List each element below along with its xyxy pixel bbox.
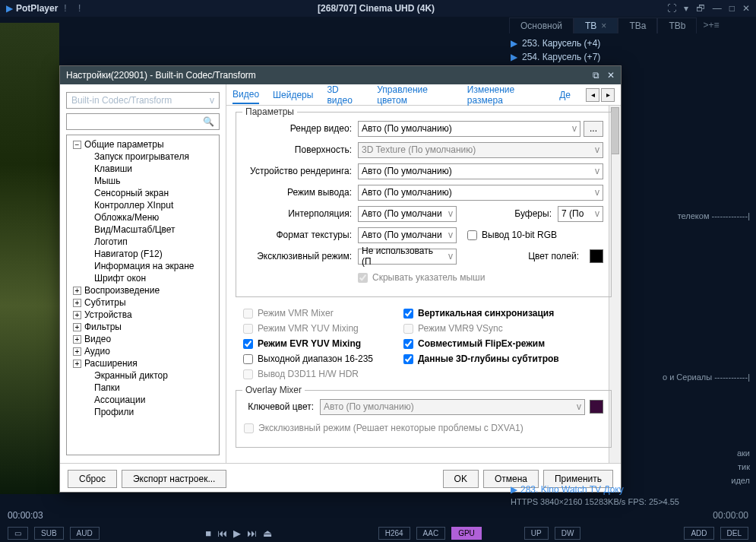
maximize-icon[interactable]: □ <box>729 3 735 14</box>
tree-item[interactable]: Запуск проигрывателя <box>68 151 217 163</box>
buffers-select[interactable]: 7 (Поv <box>558 206 603 222</box>
tree-item[interactable]: +Аудио <box>68 345 217 357</box>
tab-colormgmt[interactable]: Управление цветом <box>377 81 454 109</box>
3dsub-checkbox[interactable]: Данные 3D-глубины субтитров <box>403 353 559 364</box>
expand-icon[interactable]: + <box>73 311 81 319</box>
tree-item[interactable]: Информация на экране <box>68 260 217 272</box>
fullscreen-icon[interactable]: ⛶ <box>667 3 676 14</box>
search-icon[interactable]: 🔍 <box>203 116 214 127</box>
tabs-prev-button[interactable]: ◂ <box>586 88 599 102</box>
expand-icon[interactable]: + <box>73 347 81 356</box>
tab-tva[interactable]: ТВа <box>618 17 657 33</box>
timebar: 00:00:03 00:00:00 <box>0 507 756 524</box>
tree-item[interactable]: +Видео <box>68 333 217 345</box>
expand-icon[interactable]: + <box>73 287 81 295</box>
expand-icon[interactable]: + <box>73 360 81 368</box>
side-text: аки <box>737 448 750 458</box>
tab-shaders[interactable]: Шейдеры <box>273 87 313 103</box>
tab-close-icon[interactable]: × <box>601 21 606 31</box>
ok-button[interactable]: OK <box>443 470 479 488</box>
tab-more[interactable]: Де <box>559 87 571 103</box>
compact-icon[interactable]: ▾ <box>684 3 688 14</box>
stop-icon[interactable]: ■ <box>205 528 211 539</box>
flipex-checkbox[interactable]: Совместимый FlipEx-режим <box>403 338 559 349</box>
up-button[interactable]: UP <box>524 527 549 540</box>
tree-item[interactable]: Обложка/Меню <box>68 211 217 223</box>
interp-select[interactable]: Авто (По умолчаниv <box>358 206 457 222</box>
tree-item[interactable]: Профили <box>68 406 217 418</box>
dialog-close-icon[interactable]: ✕ <box>607 70 615 81</box>
minimize-icon[interactable]: — <box>713 3 722 14</box>
tab-main[interactable]: Основной <box>509 17 574 33</box>
tree-item[interactable]: Логотип <box>68 236 217 248</box>
h264-badge[interactable]: H264 <box>378 527 410 540</box>
tree-item[interactable]: Ассоциации <box>68 394 217 406</box>
popout-icon[interactable]: ⧉ <box>593 70 599 81</box>
tree-item[interactable]: Шрифт окон <box>68 272 217 284</box>
tab-video[interactable]: Видео <box>232 86 259 104</box>
expand-icon[interactable]: + <box>73 323 81 331</box>
sub-button[interactable]: SUB <box>34 527 64 540</box>
tree-item[interactable]: −Общие параметры <box>68 138 217 151</box>
10bit-checkbox[interactable]: Вывод 10-bit RGB <box>467 230 557 240</box>
hidecursor-checkbox: Скрывать указатель мыши <box>358 272 485 283</box>
tree-item[interactable]: Сенсорный экран <box>68 187 217 199</box>
render-select[interactable]: Авто (По умолчанию)v <box>358 121 580 137</box>
add-button[interactable]: ADD <box>684 527 713 540</box>
field-color-swatch[interactable] <box>590 249 603 263</box>
tree-item[interactable]: +Расширения <box>68 357 217 369</box>
tabs-next-button[interactable]: ▸ <box>601 88 615 102</box>
play-icon[interactable]: ▶ <box>233 528 241 539</box>
restore-icon[interactable]: 🗗 <box>696 3 705 14</box>
reset-button[interactable]: Сброс <box>68 470 117 488</box>
playlist-item[interactable]: ▶253. Карусель (+4) <box>511 36 751 50</box>
tree-item[interactable]: Мышь <box>68 175 217 187</box>
next-icon[interactable]: ⏭ <box>247 528 257 539</box>
settings-tree[interactable]: −Общие параметры Запуск проигрывателя Кл… <box>66 135 220 455</box>
tree-item[interactable]: +Фильтры <box>68 321 217 333</box>
tree-item[interactable]: Экранный диктор <box>68 369 217 382</box>
tree-item[interactable]: Контроллер XInput <box>68 199 217 211</box>
collapse-icon[interactable]: − <box>73 141 81 149</box>
device-select[interactable]: Авто (По умолчанию)v <box>358 163 603 179</box>
render-more-button[interactable]: ... <box>584 121 603 137</box>
vsync-checkbox[interactable]: Вертикальная синхронизация <box>403 308 559 319</box>
range-checkbox[interactable]: Выходной диапазон 16-235 <box>243 353 373 364</box>
tree-item[interactable]: Навигатор (F12) <box>68 248 217 260</box>
expand-icon[interactable]: + <box>73 335 81 344</box>
gpu-badge[interactable]: GPU <box>451 527 482 540</box>
texfmt-select[interactable]: Авто (По умолчаниv <box>358 227 457 243</box>
screenshot-button[interactable]: ▭ <box>8 527 28 540</box>
dw-button[interactable]: DW <box>555 527 581 540</box>
output-select[interactable]: Авто (По умолчанию)v <box>358 185 603 201</box>
tree-item[interactable]: +Субтитры <box>68 296 217 309</box>
aud-button[interactable]: AUD <box>70 527 100 540</box>
add-tab-icon[interactable]: >+≡ <box>703 20 719 30</box>
keycolor-swatch[interactable] <box>590 400 603 414</box>
exclusive-select[interactable]: Не использовать (Пv <box>358 249 457 265</box>
label: Эксклюзивный режим: <box>244 251 358 261</box>
close-icon[interactable]: ✕ <box>742 3 750 14</box>
del-button[interactable]: DEL <box>720 527 748 540</box>
expand-icon[interactable]: + <box>73 299 81 307</box>
aac-badge[interactable]: AAC <box>416 527 446 540</box>
tree-item[interactable]: +Воспроизведение <box>68 284 217 296</box>
tab-tvb[interactable]: ТВb <box>657 17 697 33</box>
search-input[interactable] <box>71 116 203 127</box>
tree-item[interactable]: Вид/Масштаб/Цвет <box>68 223 217 236</box>
category-select[interactable]: Built-in Codec/Transformv <box>66 92 220 109</box>
export-button[interactable]: Экспорт настроек... <box>122 470 227 488</box>
tree-item[interactable]: Клавиши <box>68 163 217 175</box>
tab-tv[interactable]: ТВ× <box>574 17 618 33</box>
tree-item[interactable]: Папки <box>68 382 217 394</box>
playlist-item[interactable]: ▶254. Карусель (+7) <box>511 50 751 64</box>
tab-3d[interactable]: 3D видео <box>327 81 363 109</box>
tab-resize[interactable]: Изменение размера <box>467 81 546 109</box>
menu-dots[interactable]: ! ! <box>64 3 85 14</box>
titlebar: ▶ PotPlayer ! ! [268/707] Cinema UHD (4K… <box>0 0 756 17</box>
evryuv-checkbox[interactable]: Режим EVR YUV Mixing <box>243 338 373 349</box>
surface-select: 3D Texture (По умолчанию)v <box>358 142 603 158</box>
tree-item[interactable]: +Устройства <box>68 309 217 321</box>
prev-icon[interactable]: ⏮ <box>217 528 227 539</box>
eject-icon[interactable]: ⏏ <box>263 528 272 539</box>
